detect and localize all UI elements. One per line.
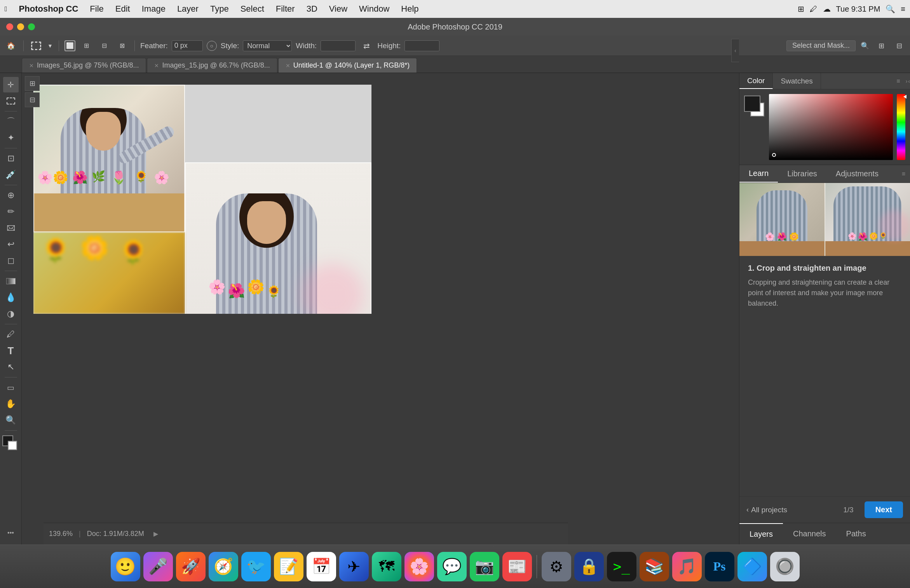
eraser-tool[interactable]: ◻ xyxy=(3,253,19,268)
close-button[interactable] xyxy=(6,23,13,30)
minimize-button[interactable] xyxy=(17,23,24,30)
anti-alias-icon[interactable]: ○ xyxy=(207,41,217,51)
tab-adjustments[interactable]: Adjustments xyxy=(826,165,888,183)
canvas-tool-2[interactable]: ⊟ xyxy=(25,92,40,107)
move-tool[interactable]: ✛ xyxy=(3,77,19,92)
toolbar-search-icon[interactable]: 🔍 xyxy=(859,40,870,51)
menu-window[interactable]: Window xyxy=(357,3,392,15)
controls-icon[interactable]: ≡ xyxy=(901,5,905,14)
select-mask-button[interactable]: Select and Mask... xyxy=(786,40,856,51)
menu-filter[interactable]: Filter xyxy=(274,3,297,15)
tab-channels[interactable]: Channels xyxy=(783,523,836,545)
mode-icon-1[interactable]: ⬜ xyxy=(65,40,75,51)
tab-images-15[interactable]: ✕ Images_15.jpg @ 66.7% (RGB/8... xyxy=(147,58,277,73)
style-dropdown[interactable]: Normal Fixed Ratio Fixed Size xyxy=(243,40,292,51)
tab-close-2[interactable]: ✕ xyxy=(154,63,159,69)
zoom-tool[interactable]: 🔍 xyxy=(3,412,19,428)
maximize-button[interactable] xyxy=(28,23,35,30)
dock-launchpad[interactable]: 🚀 xyxy=(176,552,206,581)
background-color[interactable] xyxy=(8,441,17,450)
crop-tool[interactable]: ⊡ xyxy=(3,151,19,166)
dock-unknown2[interactable]: 🔘 xyxy=(770,552,800,581)
panel-options-icon[interactable]: ≡ xyxy=(896,78,900,85)
color-gradient[interactable] xyxy=(769,94,893,160)
dock-siri[interactable]: 🎤 xyxy=(143,552,173,581)
dodge-tool[interactable]: ◑ xyxy=(3,306,19,322)
tab-learn[interactable]: Learn xyxy=(739,165,778,183)
menu-view[interactable]: View xyxy=(327,3,350,15)
history-brush-tool[interactable]: ↩ xyxy=(3,237,19,252)
foreground-swatch[interactable] xyxy=(744,96,760,112)
panel-layout-icon[interactable]: ⊞ xyxy=(874,39,888,53)
type-tool[interactable]: T xyxy=(3,343,19,358)
next-button[interactable]: Next xyxy=(865,501,903,518)
screen-share-icon[interactable]: ⊞ xyxy=(798,4,804,14)
dock-photos[interactable]: 🌸 xyxy=(404,552,434,581)
menu-3d[interactable]: 3D xyxy=(304,3,320,15)
mode-icon-2[interactable]: ⊞ xyxy=(79,39,93,53)
rectangle-tool[interactable]: ▭ xyxy=(3,380,19,395)
pen-icon[interactable]: 🖊 xyxy=(810,5,818,14)
tab-layers[interactable]: Layers xyxy=(739,523,783,545)
dock-unknown1[interactable]: 🔷 xyxy=(737,552,767,581)
apple-icon[interactable]:  xyxy=(5,5,7,13)
dock-terminal[interactable]: >_ xyxy=(607,552,636,581)
menu-file[interactable]: File xyxy=(87,3,106,15)
menu-image[interactable]: Image xyxy=(139,3,168,15)
tab-untitled-1[interactable]: ✕ Untitled-1 @ 140% (Layer 1, RGB/8*) xyxy=(278,58,417,73)
dock-mail[interactable]: ✈ xyxy=(339,552,369,581)
tab-images-56[interactable]: ✕ Images_56.jpg @ 75% (RGB/8... xyxy=(22,58,146,73)
menu-select[interactable]: Select xyxy=(238,3,267,15)
menu-app-name[interactable]: Photoshop CC xyxy=(17,3,81,15)
mode-icon-3[interactable]: ⊟ xyxy=(97,39,111,53)
dock-twitterific[interactable]: 🐦 xyxy=(241,552,271,581)
menu-edit[interactable]: Edit xyxy=(113,3,132,15)
more-tools-icon[interactable]: ••• xyxy=(3,525,19,541)
panel-collapse-btn[interactable]: ‹ xyxy=(731,39,739,62)
tab-color[interactable]: Color xyxy=(739,73,773,89)
eyedropper-tool[interactable]: 💉 xyxy=(3,167,19,183)
dock-facetime[interactable]: 📷 xyxy=(470,552,499,581)
dock-safari[interactable]: 🧭 xyxy=(209,552,238,581)
canvas-area[interactable]: ⊞ ⊟ xyxy=(22,73,739,545)
dock-photoshop[interactable]: Ps xyxy=(705,552,734,581)
dock-itunes[interactable]: 🎵 xyxy=(672,552,702,581)
height-input[interactable] xyxy=(404,40,439,51)
pen-tool[interactable]: 🖊 xyxy=(3,327,19,342)
marquee-tool[interactable] xyxy=(3,93,19,109)
tab-libraries[interactable]: Libraries xyxy=(778,165,826,183)
dock-ubar[interactable]: 🔒 xyxy=(574,552,604,581)
healing-brush-tool[interactable]: ⊕ xyxy=(3,188,19,203)
marquee-select-icon[interactable] xyxy=(29,39,43,53)
tab-paths[interactable]: Paths xyxy=(836,523,876,545)
width-input[interactable] xyxy=(321,40,356,51)
dock-finder[interactable]: 🙂 xyxy=(111,552,140,581)
search-menu-icon[interactable]: 🔍 xyxy=(886,4,895,14)
mode-icon-4[interactable]: ⊠ xyxy=(115,39,129,53)
dock-calendar[interactable]: 📅 xyxy=(307,552,336,581)
blur-tool[interactable]: 💧 xyxy=(3,290,19,305)
canvas-tool-1[interactable]: ⊞ xyxy=(25,76,40,91)
clone-stamp-tool[interactable]: 🖂 xyxy=(3,220,19,236)
menu-layer[interactable]: Layer xyxy=(175,3,201,15)
dock-news[interactable]: 📰 xyxy=(502,552,532,581)
gradient-tool[interactable] xyxy=(3,273,19,289)
dock-messages[interactable]: 💬 xyxy=(437,552,467,581)
hand-tool[interactable]: ✋ xyxy=(3,396,19,412)
menu-type[interactable]: Type xyxy=(208,3,231,15)
lasso-tool[interactable]: ⌒ xyxy=(3,114,19,129)
tab-close-1[interactable]: ✕ xyxy=(29,63,34,69)
swap-icon[interactable]: ⇄ xyxy=(359,39,373,53)
workspace-icon[interactable]: ⊟ xyxy=(892,39,906,53)
all-projects-btn[interactable]: ‹ All projects xyxy=(746,506,787,514)
marquee-options-icon[interactable]: ▼ xyxy=(47,39,53,53)
cc-icon[interactable]: ☁ xyxy=(823,4,831,14)
learn-panel-options-icon[interactable]: ≡ xyxy=(902,170,905,177)
arrow-right-icon[interactable]: ▶ xyxy=(153,530,158,538)
dock-system-prefs[interactable]: ⚙ xyxy=(542,552,571,581)
dock-maps[interactable]: 🗺 xyxy=(372,552,401,581)
hue-slider[interactable] xyxy=(897,94,905,160)
dock-bookends[interactable]: 📚 xyxy=(640,552,669,581)
panel-expand-icon[interactable]: ‹ xyxy=(908,78,910,84)
tab-close-3[interactable]: ✕ xyxy=(286,63,290,69)
